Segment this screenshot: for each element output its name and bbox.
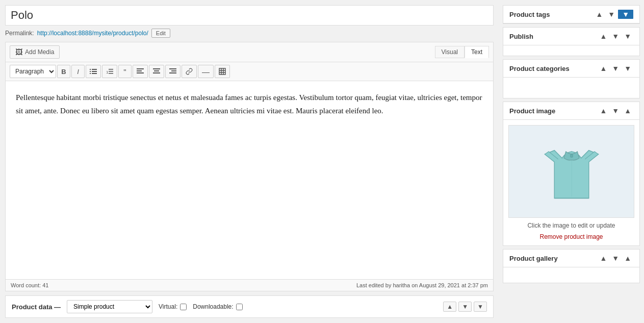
product-data-bar: Product data — Simple product Grouped pr… <box>5 295 494 318</box>
product-gallery-panel: Product gallery ▲ ▼ ▲ <box>503 249 640 283</box>
publish-panel-body <box>503 45 639 56</box>
product-categories-title: Product categories <box>509 65 598 72</box>
svg-text:1.: 1. <box>106 70 110 74</box>
svg-rect-24 <box>570 154 573 157</box>
svg-rect-5 <box>92 73 97 74</box>
link-button[interactable] <box>182 65 197 78</box>
svg-rect-0 <box>90 69 91 70</box>
product-gallery-toggle-button[interactable]: ▲ <box>622 254 633 263</box>
virtual-check-group: Virtual: <box>159 303 187 310</box>
svg-rect-3 <box>92 71 97 72</box>
product-data-label: Product data — <box>12 303 61 311</box>
publish-panel-header[interactable]: Publish ▲ ▼ ▼ <box>503 28 639 45</box>
add-media-button[interactable]: 🖼 Add Media <box>10 45 60 59</box>
svg-rect-14 <box>154 70 159 71</box>
permalink-url[interactable]: http://localhost:8888/mysite/product/pol… <box>37 30 148 37</box>
add-media-icon: 🖼 <box>15 48 22 56</box>
main-editor-area: Polo Permalink: http://localhost:8888/my… <box>0 0 499 323</box>
product-gallery-down-button[interactable]: ▼ <box>610 254 621 263</box>
product-image-panel: Product image ▲ ▼ ▲ <box>503 102 640 246</box>
product-image-up-button[interactable]: ▲ <box>598 106 609 115</box>
product-data-up-button[interactable]: ▲ <box>443 302 456 312</box>
publish-toggle-button[interactable]: ▼ <box>622 32 633 41</box>
editor-content: Pellentesque habitant morbi tristique se… <box>16 93 482 115</box>
add-media-label: Add Media <box>25 48 54 56</box>
publish-down-button[interactable]: ▼ <box>610 32 621 41</box>
permalink-edit-button[interactable]: Edit <box>151 29 170 38</box>
table-button[interactable] <box>215 65 230 78</box>
paragraph-select[interactable]: Paragraph <box>10 65 56 78</box>
product-image-title: Product image <box>509 107 598 115</box>
svg-rect-2 <box>90 71 91 72</box>
product-tags-panel-header[interactable]: Product tags ▲ ▼ ▼ <box>503 6 639 23</box>
editor-body[interactable]: Pellentesque habitant morbi tristique se… <box>6 81 493 279</box>
permalink-bar: Permalink: http://localhost:8888/mysite/… <box>5 29 494 38</box>
product-type-select[interactable]: Simple product Grouped product External/… <box>67 300 152 313</box>
product-image-toggle-button[interactable]: ▲ <box>622 106 633 115</box>
svg-rect-19 <box>219 68 225 74</box>
product-tags-up-button[interactable]: ▲ <box>594 10 605 19</box>
svg-rect-17 <box>171 70 176 71</box>
svg-rect-11 <box>137 70 142 71</box>
blockquote-button[interactable]: " <box>118 65 132 78</box>
downloadable-check-group: Downloadable: <box>193 303 242 310</box>
align-center-button[interactable] <box>149 65 164 78</box>
downloadable-checkbox[interactable] <box>236 304 243 310</box>
product-image-panel-header[interactable]: Product image ▲ ▼ ▲ <box>503 102 639 120</box>
downloadable-label: Downloadable: <box>193 303 233 310</box>
product-categories-up-button[interactable]: ▲ <box>598 64 609 73</box>
product-image-controls: ▲ ▼ ▲ <box>598 106 633 115</box>
product-image-down-button[interactable]: ▼ <box>610 106 621 115</box>
italic-button[interactable]: I <box>71 65 85 78</box>
editor-footer: Word count: 41 Last edited by haritha on… <box>6 279 493 291</box>
product-categories-controls: ▲ ▼ ▼ <box>598 64 633 73</box>
bold-button[interactable]: B <box>57 65 70 78</box>
product-categories-panel-body <box>503 78 639 98</box>
ordered-list-button[interactable]: 1. <box>102 65 117 78</box>
product-categories-down-button[interactable]: ▼ <box>610 64 621 73</box>
tab-visual[interactable]: Visual <box>435 46 465 58</box>
virtual-label: Virtual: <box>159 303 177 310</box>
svg-rect-9 <box>109 73 113 74</box>
product-image-container: Click the image to edit or update Remove… <box>503 120 639 245</box>
product-gallery-panel-body <box>503 267 639 283</box>
svg-rect-1 <box>92 69 97 70</box>
product-gallery-controls: ▲ ▼ ▲ <box>598 254 633 263</box>
svg-rect-15 <box>153 72 160 73</box>
product-tags-title: Product tags <box>509 11 594 18</box>
tab-text[interactable]: Text <box>465 46 489 58</box>
remove-product-image-link[interactable]: Remove product image <box>539 233 603 240</box>
product-data-down-button[interactable]: ▼ <box>458 302 472 312</box>
word-count-value: 41 <box>42 282 48 288</box>
align-left-button[interactable] <box>133 65 148 78</box>
product-categories-panel: Product categories ▲ ▼ ▼ <box>503 59 640 98</box>
editor-container: 🖼 Add Media Visual Text Paragraph B I <box>5 42 494 291</box>
publish-up-button[interactable]: ▲ <box>598 32 609 41</box>
product-tags-panel: Product tags ▲ ▼ ▼ <box>503 5 640 24</box>
product-tags-toggle-button[interactable]: ▼ <box>618 10 633 19</box>
product-data-actions: ▲ ▼ ▼ <box>443 302 487 312</box>
product-tags-down-button[interactable]: ▼ <box>606 10 617 19</box>
word-count-area: Word count: 41 <box>11 282 48 288</box>
product-categories-panel-header[interactable]: Product categories ▲ ▼ ▼ <box>503 60 639 78</box>
permalink-label: Permalink: <box>5 30 34 37</box>
product-data-expand-button[interactable]: ▼ <box>474 302 487 312</box>
product-gallery-up-button[interactable]: ▲ <box>598 254 609 263</box>
svg-rect-4 <box>90 73 91 74</box>
hr-button[interactable]: — <box>198 65 214 78</box>
product-image-caption: Click the image to edit or update <box>527 222 615 229</box>
align-right-button[interactable] <box>165 65 181 78</box>
product-gallery-panel-header[interactable]: Product gallery ▲ ▼ ▲ <box>503 250 639 267</box>
product-image-clickable[interactable] <box>508 125 634 218</box>
svg-rect-10 <box>137 68 144 69</box>
product-categories-toggle-button[interactable]: ▼ <box>622 64 633 73</box>
view-tabs: Visual Text <box>435 46 489 58</box>
svg-rect-13 <box>153 68 160 69</box>
svg-rect-7 <box>109 69 113 70</box>
virtual-checkbox[interactable] <box>180 304 187 310</box>
post-title-input[interactable]: Polo <box>5 5 494 26</box>
product-tags-controls: ▲ ▼ ▼ <box>594 10 633 19</box>
unordered-list-button[interactable] <box>86 65 101 78</box>
word-count-label: Word count: <box>11 282 41 288</box>
publish-title: Publish <box>509 33 598 40</box>
